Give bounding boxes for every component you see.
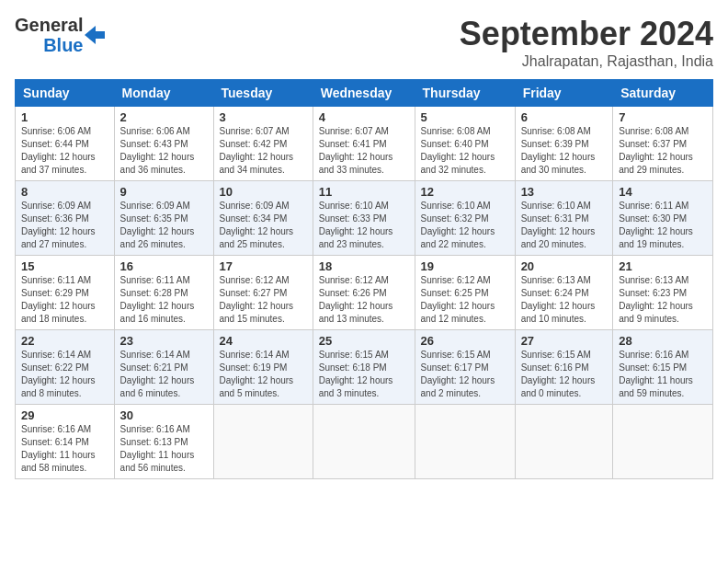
col-header-wednesday: Wednesday [313,80,415,107]
logo: General Blue [15,15,105,55]
calendar-cell: 29Sunrise: 6:16 AM Sunset: 6:14 PM Dayli… [16,405,115,479]
day-info: Sunrise: 6:15 AM Sunset: 6:16 PM Dayligh… [521,349,608,400]
calendar-cell: 9Sunrise: 6:09 AM Sunset: 6:35 PM Daylig… [114,181,213,256]
day-number: 24 [220,334,307,348]
calendar-cell: 8Sunrise: 6:09 AM Sunset: 6:36 PM Daylig… [16,181,115,256]
day-number: 22 [21,334,108,348]
calendar-cell: 7Sunrise: 6:08 AM Sunset: 6:37 PM Daylig… [613,107,713,181]
location-subtitle: Jhalrapatan, Rajasthan, India [460,53,713,70]
calendar-cell: 6Sunrise: 6:08 AM Sunset: 6:39 PM Daylig… [515,107,613,181]
day-number: 12 [421,185,509,199]
day-number: 13 [521,185,608,199]
day-info: Sunrise: 6:10 AM Sunset: 6:31 PM Dayligh… [521,200,608,251]
calendar-cell: 1Sunrise: 6:06 AM Sunset: 6:44 PM Daylig… [16,107,115,181]
day-number: 18 [319,259,409,273]
col-header-sunday: Sunday [16,80,115,107]
month-title: September 2024 [460,15,713,53]
day-number: 23 [120,334,208,348]
calendar-cell: 15Sunrise: 6:11 AM Sunset: 6:29 PM Dayli… [16,256,115,330]
calendar-header-row: SundayMondayTuesdayWednesdayThursdayFrid… [16,80,713,107]
day-number: 6 [521,110,608,124]
day-number: 1 [21,110,108,124]
day-number: 3 [220,110,307,124]
calendar-cell: 12Sunrise: 6:10 AM Sunset: 6:32 PM Dayli… [415,181,515,256]
day-info: Sunrise: 6:16 AM Sunset: 6:14 PM Dayligh… [21,423,108,475]
calendar-cell: 14Sunrise: 6:11 AM Sunset: 6:30 PM Dayli… [613,181,713,256]
day-number: 30 [120,408,208,422]
day-number: 11 [319,185,409,199]
day-number: 16 [120,259,208,273]
day-info: Sunrise: 6:16 AM Sunset: 6:15 PM Dayligh… [619,349,707,400]
day-info: Sunrise: 6:11 AM Sunset: 6:30 PM Dayligh… [619,200,707,251]
day-number: 26 [421,334,509,348]
svg-marker-0 [85,26,105,44]
col-header-monday: Monday [114,80,213,107]
logo-line1: General [15,15,83,35]
calendar-cell: 13Sunrise: 6:10 AM Sunset: 6:31 PM Dayli… [515,181,613,256]
calendar-cell: 25Sunrise: 6:15 AM Sunset: 6:18 PM Dayli… [313,330,415,405]
day-number: 19 [421,259,509,273]
day-number: 20 [521,259,608,273]
day-info: Sunrise: 6:14 AM Sunset: 6:22 PM Dayligh… [21,349,108,400]
day-number: 10 [220,185,307,199]
col-header-saturday: Saturday [613,80,713,107]
calendar-cell [415,405,515,479]
calendar-cell: 19Sunrise: 6:12 AM Sunset: 6:25 PM Dayli… [415,256,515,330]
day-info: Sunrise: 6:12 AM Sunset: 6:26 PM Dayligh… [319,274,409,326]
calendar-cell: 30Sunrise: 6:16 AM Sunset: 6:13 PM Dayli… [114,405,213,479]
day-number: 29 [21,408,108,422]
title-area: September 2024 Jhalrapatan, Rajasthan, I… [460,15,713,70]
day-number: 5 [421,110,509,124]
calendar-cell: 21Sunrise: 6:13 AM Sunset: 6:23 PM Dayli… [613,256,713,330]
day-info: Sunrise: 6:14 AM Sunset: 6:21 PM Dayligh… [120,349,208,400]
calendar-week-row: 29Sunrise: 6:16 AM Sunset: 6:14 PM Dayli… [16,405,713,479]
day-info: Sunrise: 6:11 AM Sunset: 6:28 PM Dayligh… [120,274,208,326]
day-info: Sunrise: 6:09 AM Sunset: 6:36 PM Dayligh… [21,200,108,251]
day-number: 25 [319,334,409,348]
day-info: Sunrise: 6:15 AM Sunset: 6:17 PM Dayligh… [421,349,509,400]
day-info: Sunrise: 6:10 AM Sunset: 6:32 PM Dayligh… [421,200,509,251]
day-info: Sunrise: 6:07 AM Sunset: 6:41 PM Dayligh… [319,125,409,177]
day-info: Sunrise: 6:13 AM Sunset: 6:23 PM Dayligh… [619,274,707,326]
calendar-cell: 20Sunrise: 6:13 AM Sunset: 6:24 PM Dayli… [515,256,613,330]
day-number: 28 [619,334,707,348]
col-header-thursday: Thursday [415,80,515,107]
logo-arrow-icon [85,26,105,44]
day-info: Sunrise: 6:07 AM Sunset: 6:42 PM Dayligh… [220,125,307,177]
calendar-week-row: 22Sunrise: 6:14 AM Sunset: 6:22 PM Dayli… [16,330,713,405]
calendar-cell [213,405,313,479]
calendar-cell: 3Sunrise: 6:07 AM Sunset: 6:42 PM Daylig… [213,107,313,181]
day-info: Sunrise: 6:08 AM Sunset: 6:40 PM Dayligh… [421,125,509,177]
calendar-cell: 27Sunrise: 6:15 AM Sunset: 6:16 PM Dayli… [515,330,613,405]
calendar-cell: 24Sunrise: 6:14 AM Sunset: 6:19 PM Dayli… [213,330,313,405]
calendar-cell [613,405,713,479]
day-number: 15 [21,259,108,273]
calendar-cell [515,405,613,479]
day-info: Sunrise: 6:09 AM Sunset: 6:35 PM Dayligh… [120,200,208,251]
calendar-table: SundayMondayTuesdayWednesdayThursdayFrid… [15,79,713,479]
col-header-friday: Friday [515,80,613,107]
calendar-cell: 5Sunrise: 6:08 AM Sunset: 6:40 PM Daylig… [415,107,515,181]
day-number: 7 [619,110,707,124]
day-info: Sunrise: 6:13 AM Sunset: 6:24 PM Dayligh… [521,274,608,326]
day-number: 8 [21,185,108,199]
calendar-cell: 16Sunrise: 6:11 AM Sunset: 6:28 PM Dayli… [114,256,213,330]
calendar-cell: 18Sunrise: 6:12 AM Sunset: 6:26 PM Dayli… [313,256,415,330]
day-number: 2 [120,110,208,124]
day-number: 9 [120,185,208,199]
col-header-tuesday: Tuesday [213,80,313,107]
calendar-cell: 4Sunrise: 6:07 AM Sunset: 6:41 PM Daylig… [313,107,415,181]
day-info: Sunrise: 6:11 AM Sunset: 6:29 PM Dayligh… [21,274,108,326]
day-number: 17 [220,259,307,273]
day-info: Sunrise: 6:12 AM Sunset: 6:27 PM Dayligh… [220,274,307,326]
logo-line2: Blue [43,35,83,55]
day-info: Sunrise: 6:06 AM Sunset: 6:44 PM Dayligh… [21,125,108,177]
day-info: Sunrise: 6:16 AM Sunset: 6:13 PM Dayligh… [120,423,208,475]
calendar-cell: 11Sunrise: 6:10 AM Sunset: 6:33 PM Dayli… [313,181,415,256]
day-info: Sunrise: 6:08 AM Sunset: 6:37 PM Dayligh… [619,125,707,177]
calendar-cell: 23Sunrise: 6:14 AM Sunset: 6:21 PM Dayli… [114,330,213,405]
day-number: 4 [319,110,409,124]
calendar-cell: 22Sunrise: 6:14 AM Sunset: 6:22 PM Dayli… [16,330,115,405]
calendar-cell: 10Sunrise: 6:09 AM Sunset: 6:34 PM Dayli… [213,181,313,256]
calendar-cell: 2Sunrise: 6:06 AM Sunset: 6:43 PM Daylig… [114,107,213,181]
